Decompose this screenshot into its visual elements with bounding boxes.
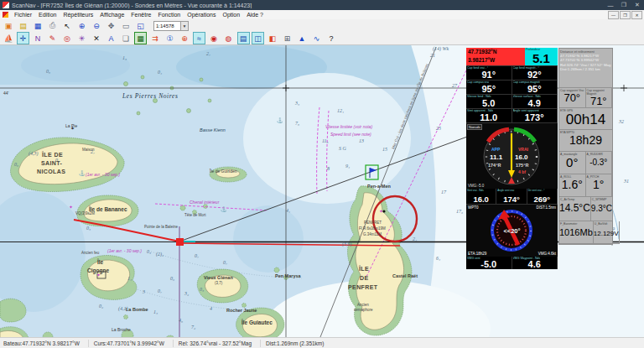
- zoom-window-icon[interactable]: ◱: [134, 19, 147, 32]
- mob-icon[interactable]: ⊕: [179, 32, 191, 44]
- select-rect-icon[interactable]: ▭: [120, 19, 132, 32]
- print-icon[interactable]: ⎙: [46, 19, 59, 32]
- status-cursor-position: Curs:47.73701°N 3.99942°W: [94, 340, 164, 346]
- layers-icon[interactable]: ❏: [120, 32, 132, 44]
- logbook-icon[interactable]: ▤: [237, 32, 250, 44]
- delete-route-icon[interactable]: ✕: [91, 32, 103, 44]
- stw-display: Vitesse surface - Nds4.9: [512, 95, 558, 108]
- sog-display: Vitesse fond - Nds5.0: [466, 95, 512, 108]
- menu-item[interactable]: Affichage: [96, 12, 127, 18]
- cog-true-display: Cap fond vrai - °91°: [466, 66, 512, 80]
- zoom-out-icon[interactable]: ⊖: [91, 19, 103, 32]
- mdi-restore-button[interactable]: ❐: [620, 11, 631, 19]
- instrument-panel-left: 47.71932°N 3.98217°W Profondeur 5.1 Cap …: [466, 48, 558, 269]
- cap-waypoint-mag-display: Cap waypoint Magnét71°: [586, 88, 613, 108]
- scale-combobox[interactable]: 1:14578 ▼: [153, 21, 189, 31]
- mast-angle-display: A_mastangle0°: [559, 152, 586, 174]
- menu-item[interactable]: Opérations: [184, 12, 219, 18]
- apparent-wind-angle-display: Angle vent apparent173°: [512, 109, 558, 122]
- grid-icon[interactable]: ⊞: [281, 32, 293, 44]
- pan-icon[interactable]: ✥: [105, 19, 117, 32]
- draw-icon[interactable]: ✎: [46, 32, 59, 44]
- instrument-panel-right: Distance et relèvement 47.71932°N 3.9821…: [558, 48, 613, 245]
- route-icon[interactable]: N: [32, 32, 44, 44]
- eta-wpt-display: ETA WPT018h29: [559, 130, 612, 152]
- nautical-chart[interactable]: Mor Cré - les deux clochers en ligne de …: [0, 0, 644, 348]
- text-icon[interactable]: A: [105, 32, 117, 44]
- apparent-wind-angle: 174°R: [488, 163, 501, 168]
- status-bar: Bateau:47.71932°N 3.98217°W Curs:47.7370…: [0, 337, 644, 348]
- chevron-down-icon: ▼: [180, 22, 188, 30]
- scale-value: 1:14578: [156, 23, 174, 29]
- window-title: ScanNav - [FR7252 Îles de Glénan (1:2000…: [12, 3, 604, 8]
- pitch-display: A_PITCH1°: [586, 174, 613, 197]
- cap-waypoint-true-display: Cap waypoint Vrai70°: [559, 88, 586, 108]
- search-icon[interactable]: ?: [325, 32, 338, 44]
- menu-item[interactable]: Option: [220, 12, 244, 18]
- chart-document-icon: [3, 12, 8, 18]
- menu-item[interactable]: Fenêtre: [127, 12, 154, 18]
- heading-mag-display: Cap compas magnét95°: [512, 81, 558, 94]
- landmark-icon[interactable]: ▲: [296, 32, 309, 44]
- minimize-button[interactable]: —: [604, 3, 617, 8]
- wind-compass-dial: Noeuds APP VRAI 11.1 16.0 174°R 175°R 4 …: [466, 123, 558, 189]
- cog-mag-display: Cap fond magnét - °92°: [512, 66, 558, 80]
- rudder-display: A_RUDDER-0.3°: [586, 152, 613, 174]
- compass-icon[interactable]: ◉: [208, 32, 221, 44]
- center-boat-icon[interactable]: ✛: [17, 32, 29, 44]
- lifebuoy-icon[interactable]: ◍: [222, 32, 235, 44]
- currents-icon[interactable]: ⇉: [149, 32, 162, 44]
- apparent-wind-label: APP: [491, 147, 500, 152]
- status-boat-position: Bateau:47.71932°N 3.98217°W: [3, 340, 80, 346]
- status-distance: Dist:1.269nm (2.351km): [266, 340, 324, 346]
- boat-icon[interactable]: ⛵: [3, 32, 15, 44]
- vmg-waypoint-display: VMG Waypoint - Nds4.6: [512, 257, 558, 269]
- true-wind-speed: 16.0: [515, 153, 528, 161]
- menu-item[interactable]: Fichier: [11, 12, 35, 18]
- waypoint-vmg: VMG:4.6kt: [538, 252, 556, 256]
- waypoint-distance: DIST:1.5nm: [536, 205, 556, 210]
- goto-icon[interactable]: ◎: [61, 32, 74, 44]
- maximize-button[interactable]: ❐: [617, 2, 631, 8]
- wind-vmg-value: VMG:-5.0: [468, 184, 484, 188]
- toolbar-navigation: ⛵✛N✎◎✳✕A❏▦⇉①⊕≈◉◍▤◫◧⊞▲∿?: [0, 32, 644, 45]
- network-icon[interactable]: ✳: [75, 32, 88, 44]
- depth-display: Profondeur 5.1: [525, 48, 558, 65]
- overview-icon[interactable]: ◫: [252, 32, 264, 44]
- wind-dial-graphic: [466, 123, 558, 189]
- air-temp-display: C_AirTemp14.5°C: [559, 197, 591, 221]
- close-button[interactable]: ✕: [631, 2, 644, 8]
- waypoint-compass-dial: WPT0 DIST:1.5nm <<20° ETA:18h29 VMG:4.6k…: [466, 205, 558, 257]
- battery-voltage-display: U_BatVolt12.129V: [594, 221, 620, 244]
- beaufort-value: 4 bf: [518, 169, 526, 174]
- mdi-window-controls: — ❐ ✕: [607, 11, 642, 19]
- save-icon[interactable]: ▦: [32, 19, 44, 32]
- title-bar: ScanNav - [FR7252 Îles de Glénan (1:2000…: [0, 0, 644, 10]
- roll-display: A_ROLL1.6°: [559, 174, 586, 197]
- chart-select-icon[interactable]: ▦: [134, 32, 147, 44]
- new-chart-icon[interactable]: ▣: [3, 19, 15, 32]
- apparent-wind-speed-display: Vent apparent - Nds11.0: [466, 109, 512, 122]
- menu-item[interactable]: Edition: [35, 12, 60, 18]
- repeaters-icon[interactable]: ◧: [267, 32, 279, 44]
- toolbar-main: ▣▤▦⎙↖⊕⊖✥▭◱ 1:14578 ▼: [0, 19, 644, 33]
- menu-item[interactable]: Fonction: [154, 12, 184, 18]
- zoom-in-icon[interactable]: ⊕: [75, 19, 88, 32]
- mdi-close-button[interactable]: ✕: [631, 11, 642, 19]
- true-wind-angle: 175°R: [516, 163, 528, 168]
- app-logo-icon: [3, 2, 9, 8]
- open-icon[interactable]: ▤: [17, 19, 29, 32]
- waypoint-steer-delta: <<20°: [466, 227, 558, 235]
- true-wind-speed-display: Vent vrai - Nds16.0: [466, 189, 496, 205]
- waypoint-name: WPT0: [468, 205, 479, 210]
- tide-icon[interactable]: ≈: [193, 32, 205, 44]
- true-wind-label: VRAI: [518, 147, 528, 152]
- tide-curve-icon[interactable]: ∿: [310, 32, 323, 44]
- gps-position-display: 47.71932°N 3.98217°W: [466, 48, 525, 65]
- mdi-minimize-button[interactable]: —: [608, 11, 619, 19]
- info-icon[interactable]: ①: [164, 32, 176, 44]
- menu-item[interactable]: Aide ?: [243, 12, 267, 18]
- menu-item[interactable]: Répétiteurs: [60, 12, 96, 18]
- vmg-wind-display: VMG vent-5.0: [466, 257, 512, 269]
- help-pointer-icon[interactable]: ↖: [61, 19, 74, 32]
